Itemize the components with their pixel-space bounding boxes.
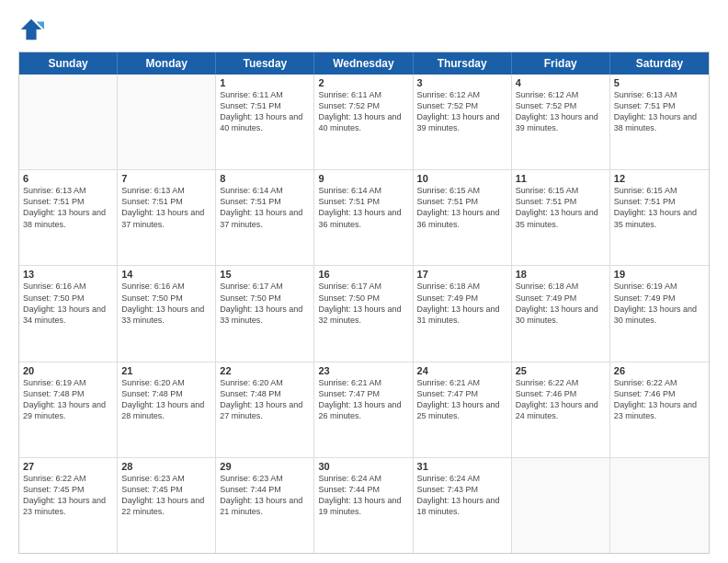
day-info: Sunrise: 6:24 AM Sunset: 7:44 PM Dayligh… [318, 473, 408, 518]
calendar-cell: 18Sunrise: 6:18 AM Sunset: 7:49 PM Dayli… [512, 266, 610, 361]
day-number: 22 [220, 365, 310, 376]
day-number: 17 [417, 269, 507, 280]
calendar-cell: 3Sunrise: 6:12 AM Sunset: 7:52 PM Daylig… [414, 75, 512, 169]
day-number: 8 [220, 173, 310, 184]
calendar-cell: 4Sunrise: 6:12 AM Sunset: 7:52 PM Daylig… [512, 75, 610, 169]
day-info: Sunrise: 6:22 AM Sunset: 7:46 PM Dayligh… [516, 377, 606, 422]
day-number: 1 [220, 77, 310, 88]
calendar-row: 27Sunrise: 6:22 AM Sunset: 7:45 PM Dayli… [19, 458, 709, 553]
logo-icon [18, 17, 44, 42]
calendar-cell [19, 75, 118, 169]
calendar-cell [118, 75, 216, 169]
calendar-cell: 15Sunrise: 6:17 AM Sunset: 7:50 PM Dayli… [216, 266, 314, 361]
day-info: Sunrise: 6:16 AM Sunset: 7:50 PM Dayligh… [23, 281, 113, 326]
calendar-cell: 13Sunrise: 6:16 AM Sunset: 7:50 PM Dayli… [19, 266, 118, 361]
day-info: Sunrise: 6:16 AM Sunset: 7:50 PM Dayligh… [121, 281, 211, 326]
day-number: 16 [318, 269, 408, 280]
day-number: 24 [417, 365, 507, 376]
calendar-cell: 5Sunrise: 6:13 AM Sunset: 7:51 PM Daylig… [610, 75, 709, 169]
day-info: Sunrise: 6:22 AM Sunset: 7:46 PM Dayligh… [614, 377, 705, 422]
header [18, 17, 710, 42]
day-number: 13 [23, 269, 113, 280]
day-number: 4 [516, 77, 606, 88]
day-info: Sunrise: 6:13 AM Sunset: 7:51 PM Dayligh… [614, 89, 705, 134]
day-info: Sunrise: 6:20 AM Sunset: 7:48 PM Dayligh… [220, 377, 310, 422]
calendar-cell: 17Sunrise: 6:18 AM Sunset: 7:49 PM Dayli… [414, 266, 512, 361]
calendar-cell: 2Sunrise: 6:11 AM Sunset: 7:52 PM Daylig… [314, 75, 413, 169]
cal-header-day: Wednesday [314, 52, 413, 75]
cal-header-day: Monday [118, 52, 216, 75]
day-number: 2 [318, 77, 408, 88]
day-info: Sunrise: 6:11 AM Sunset: 7:51 PM Dayligh… [220, 89, 310, 134]
day-number: 7 [121, 173, 211, 184]
day-info: Sunrise: 6:15 AM Sunset: 7:51 PM Dayligh… [614, 185, 705, 230]
day-info: Sunrise: 6:12 AM Sunset: 7:52 PM Dayligh… [516, 89, 606, 134]
day-number: 27 [23, 461, 113, 472]
day-number: 11 [516, 173, 606, 184]
day-number: 26 [614, 365, 705, 376]
calendar-row: 13Sunrise: 6:16 AM Sunset: 7:50 PM Dayli… [19, 266, 709, 362]
page: SundayMondayTuesdayWednesdayThursdayFrid… [0, 0, 728, 563]
calendar-cell: 16Sunrise: 6:17 AM Sunset: 7:50 PM Dayli… [314, 266, 413, 361]
calendar-row: 1Sunrise: 6:11 AM Sunset: 7:51 PM Daylig… [19, 75, 709, 170]
day-info: Sunrise: 6:15 AM Sunset: 7:51 PM Dayligh… [516, 185, 606, 230]
cal-header-day: Saturday [610, 52, 709, 75]
calendar-cell: 8Sunrise: 6:14 AM Sunset: 7:51 PM Daylig… [216, 170, 314, 265]
day-info: Sunrise: 6:14 AM Sunset: 7:51 PM Dayligh… [318, 185, 408, 230]
calendar-cell: 24Sunrise: 6:21 AM Sunset: 7:47 PM Dayli… [414, 362, 512, 457]
day-info: Sunrise: 6:18 AM Sunset: 7:49 PM Dayligh… [516, 281, 606, 326]
calendar-cell: 29Sunrise: 6:23 AM Sunset: 7:44 PM Dayli… [216, 458, 314, 553]
day-info: Sunrise: 6:21 AM Sunset: 7:47 PM Dayligh… [318, 377, 408, 422]
day-number: 20 [23, 365, 113, 376]
calendar-cell: 1Sunrise: 6:11 AM Sunset: 7:51 PM Daylig… [216, 75, 314, 169]
day-info: Sunrise: 6:13 AM Sunset: 7:51 PM Dayligh… [23, 185, 113, 230]
day-info: Sunrise: 6:15 AM Sunset: 7:51 PM Dayligh… [417, 185, 507, 230]
calendar-cell: 7Sunrise: 6:13 AM Sunset: 7:51 PM Daylig… [118, 170, 216, 265]
day-number: 25 [516, 365, 606, 376]
calendar-cell: 22Sunrise: 6:20 AM Sunset: 7:48 PM Dayli… [216, 362, 314, 457]
calendar-cell: 27Sunrise: 6:22 AM Sunset: 7:45 PM Dayli… [19, 458, 118, 553]
day-number: 5 [614, 77, 705, 88]
day-number: 30 [318, 461, 408, 472]
day-number: 6 [23, 173, 113, 184]
calendar-cell: 25Sunrise: 6:22 AM Sunset: 7:46 PM Dayli… [512, 362, 610, 457]
calendar-row: 6Sunrise: 6:13 AM Sunset: 7:51 PM Daylig… [19, 170, 709, 266]
calendar-cell: 30Sunrise: 6:24 AM Sunset: 7:44 PM Dayli… [314, 458, 413, 553]
day-info: Sunrise: 6:13 AM Sunset: 7:51 PM Dayligh… [121, 185, 211, 230]
day-number: 3 [417, 77, 507, 88]
day-number: 10 [417, 173, 507, 184]
day-info: Sunrise: 6:24 AM Sunset: 7:43 PM Dayligh… [417, 473, 507, 518]
day-number: 14 [121, 269, 211, 280]
day-info: Sunrise: 6:12 AM Sunset: 7:52 PM Dayligh… [417, 89, 507, 134]
day-info: Sunrise: 6:22 AM Sunset: 7:45 PM Dayligh… [23, 473, 113, 518]
day-number: 28 [121, 461, 211, 472]
calendar-cell: 6Sunrise: 6:13 AM Sunset: 7:51 PM Daylig… [19, 170, 118, 265]
day-number: 12 [614, 173, 705, 184]
day-info: Sunrise: 6:17 AM Sunset: 7:50 PM Dayligh… [318, 281, 408, 326]
day-number: 19 [614, 269, 705, 280]
cal-header-day: Friday [512, 52, 610, 75]
calendar-cell: 26Sunrise: 6:22 AM Sunset: 7:46 PM Dayli… [610, 362, 709, 457]
day-info: Sunrise: 6:14 AM Sunset: 7:51 PM Dayligh… [220, 185, 310, 230]
calendar-cell: 23Sunrise: 6:21 AM Sunset: 7:47 PM Dayli… [314, 362, 413, 457]
calendar-cell: 28Sunrise: 6:23 AM Sunset: 7:45 PM Dayli… [118, 458, 216, 553]
day-info: Sunrise: 6:18 AM Sunset: 7:49 PM Dayligh… [417, 281, 507, 326]
day-info: Sunrise: 6:23 AM Sunset: 7:44 PM Dayligh… [220, 473, 310, 518]
day-info: Sunrise: 6:11 AM Sunset: 7:52 PM Dayligh… [318, 89, 408, 134]
calendar-cell [610, 458, 709, 553]
day-info: Sunrise: 6:17 AM Sunset: 7:50 PM Dayligh… [220, 281, 310, 326]
calendar-cell: 10Sunrise: 6:15 AM Sunset: 7:51 PM Dayli… [414, 170, 512, 265]
calendar-cell: 14Sunrise: 6:16 AM Sunset: 7:50 PM Dayli… [118, 266, 216, 361]
calendar-header: SundayMondayTuesdayWednesdayThursdayFrid… [19, 52, 709, 75]
calendar-row: 20Sunrise: 6:19 AM Sunset: 7:48 PM Dayli… [19, 362, 709, 458]
logo [18, 17, 48, 42]
calendar-cell: 31Sunrise: 6:24 AM Sunset: 7:43 PM Dayli… [414, 458, 512, 553]
cal-header-day: Sunday [19, 52, 118, 75]
calendar-body: 1Sunrise: 6:11 AM Sunset: 7:51 PM Daylig… [19, 75, 709, 553]
calendar: SundayMondayTuesdayWednesdayThursdayFrid… [18, 52, 710, 554]
calendar-cell: 11Sunrise: 6:15 AM Sunset: 7:51 PM Dayli… [512, 170, 610, 265]
day-number: 31 [417, 461, 507, 472]
calendar-cell [512, 458, 610, 553]
day-number: 21 [121, 365, 211, 376]
day-info: Sunrise: 6:19 AM Sunset: 7:49 PM Dayligh… [614, 281, 705, 326]
